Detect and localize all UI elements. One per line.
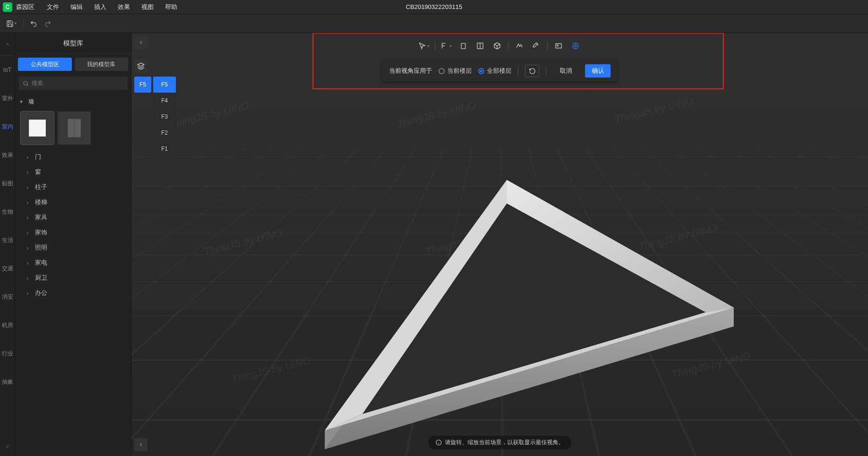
layers-button[interactable] <box>134 60 148 73</box>
rail-fire[interactable]: 消安 <box>0 283 15 311</box>
hint-bar: 请旋转、缩放当前场景，以获取显示最佳视角。 <box>428 436 572 449</box>
floor-current[interactable]: F5 <box>134 77 151 93</box>
dialog-label: 当前视角应用于 <box>389 67 432 75</box>
camera-view-tool[interactable] <box>568 39 584 53</box>
rail-abstract[interactable]: 抽象 <box>0 368 15 396</box>
menu-edit[interactable]: 编辑 <box>65 3 88 11</box>
rail-life[interactable]: 生活 <box>0 226 15 254</box>
chevron-right-icon: › <box>26 214 32 221</box>
left-rail: IoT 室外 室内 效果 贴图 生物 生活 交通 消安 机房 行业 抽象 <box>0 33 15 456</box>
info-icon <box>436 439 442 446</box>
rail-iot[interactable]: IoT <box>0 56 15 84</box>
chevron-right-icon: › <box>26 199 32 206</box>
svg-rect-13 <box>461 43 465 48</box>
view-apply-dialog: 当前视角应用于 当前楼层 全部楼层 取消 确认 <box>382 60 617 81</box>
rail-expand-icon[interactable] <box>0 437 15 456</box>
search-input[interactable] <box>32 80 123 86</box>
svg-rect-2 <box>29 120 46 137</box>
path-tool[interactable] <box>512 39 528 53</box>
floor-f4[interactable]: F4 <box>153 93 176 109</box>
separator <box>547 42 548 50</box>
rail-bio[interactable]: 生物 <box>0 198 15 226</box>
chevron-right-icon: › <box>26 290 32 297</box>
category-furniture[interactable]: ›家具 <box>26 210 126 225</box>
separator <box>546 66 547 76</box>
svg-line-1 <box>27 84 28 86</box>
document-title: CB20190322203115 <box>406 3 462 10</box>
box-tool[interactable] <box>455 39 471 53</box>
rail-room[interactable]: 机房 <box>0 311 15 339</box>
panel-collapse-button[interactable] <box>134 36 148 49</box>
toolbar: ▾ <box>0 14 868 33</box>
separator <box>435 42 435 50</box>
cube-tool[interactable] <box>489 39 505 53</box>
reset-view-button[interactable] <box>525 65 539 77</box>
split-tool[interactable] <box>472 39 488 53</box>
redo-button[interactable] <box>42 18 53 29</box>
category-light[interactable]: ›照明 <box>26 240 126 255</box>
chevron-down-icon: ▾ <box>20 98 26 105</box>
category-wall[interactable]: ▾ 墙 <box>20 95 126 109</box>
library-title: 模型库 <box>15 33 131 54</box>
floor-f2[interactable]: F2 <box>153 125 176 141</box>
select-tool[interactable]: ▾ <box>416 39 432 53</box>
paint-tool[interactable] <box>529 39 545 53</box>
category-door[interactable]: ›门 <box>26 149 126 164</box>
chevron-right-icon: › <box>26 154 32 161</box>
tab-my-models[interactable]: 我的模型库 <box>75 58 129 71</box>
rail-indoor[interactable]: 室内 <box>0 112 15 141</box>
rail-collapse-icon[interactable] <box>0 33 15 56</box>
category-decor[interactable]: ›家饰 <box>26 225 126 240</box>
separator <box>508 42 509 50</box>
radio-current-floor[interactable]: 当前楼层 <box>439 67 472 75</box>
rail-outdoor[interactable]: 室外 <box>0 84 15 112</box>
cancel-button[interactable]: 取消 <box>553 64 579 77</box>
hint-text: 请旋转、缩放当前场景，以获取显示最佳视角。 <box>445 439 564 447</box>
app-logo: C <box>3 2 12 12</box>
menu-file[interactable]: 文件 <box>41 3 65 11</box>
chevron-right-icon: › <box>26 244 32 251</box>
rail-industry[interactable]: 行业 <box>0 339 15 368</box>
category-pillar[interactable]: ›柱子 <box>26 180 126 195</box>
category-appliance[interactable]: ›家电 <box>26 255 126 270</box>
tab-public-models[interactable]: 公共模型区 <box>18 58 72 71</box>
search-box[interactable] <box>19 77 127 90</box>
category-kitchen[interactable]: ›厨卫 <box>26 270 126 285</box>
model-thumb-1[interactable] <box>21 112 54 145</box>
chevron-right-icon: › <box>26 229 32 236</box>
svg-point-0 <box>24 81 27 85</box>
floor-selector: F5 <box>134 77 151 93</box>
menubar: C 森园区 文件 编辑 插入 效果 视图 帮助 CB20190322203115 <box>0 0 868 14</box>
svg-marker-12 <box>138 63 144 66</box>
floor-f3[interactable]: F3 <box>153 109 176 125</box>
menu-insert[interactable]: 插入 <box>88 3 112 11</box>
menu-effect[interactable]: 效果 <box>112 3 136 11</box>
confirm-button[interactable]: 确认 <box>585 64 611 77</box>
search-icon <box>23 80 29 86</box>
chevron-right-icon: › <box>26 259 32 267</box>
viewport-3d[interactable]: ThingJS by UINO ThingJS by UINO ThingJS … <box>131 33 868 456</box>
frame-tool[interactable] <box>551 39 567 53</box>
save-button[interactable]: ▾ <box>6 18 17 29</box>
svg-point-19 <box>575 45 577 47</box>
panel-collapse-bottom-button[interactable] <box>134 438 148 451</box>
menu-view[interactable]: 视图 <box>136 3 159 11</box>
category-office[interactable]: ›办公 <box>26 285 126 301</box>
wall-tool[interactable]: ▾ <box>438 39 454 53</box>
model-thumb-2[interactable] <box>58 112 91 145</box>
rail-traffic[interactable]: 交通 <box>0 254 15 283</box>
radio-all-floors[interactable]: 全部楼层 <box>478 67 512 75</box>
menu-help[interactable]: 帮助 <box>159 3 183 11</box>
floor-f1[interactable]: F1 <box>153 141 176 157</box>
separator <box>24 19 24 28</box>
category-stairs[interactable]: ›楼梯 <box>26 195 126 210</box>
svg-point-17 <box>557 45 558 46</box>
watermark: ThingJS by UINO <box>169 99 250 131</box>
category-window[interactable]: ›窗 <box>26 164 126 180</box>
rail-effect[interactable]: 效果 <box>0 141 15 169</box>
rail-texture[interactable]: 贴图 <box>0 169 15 198</box>
floor-dropdown: F5 F4 F3 F2 F1 <box>153 77 176 157</box>
svg-rect-16 <box>556 43 562 48</box>
undo-button[interactable] <box>28 18 39 29</box>
floor-f5[interactable]: F5 <box>153 77 176 93</box>
